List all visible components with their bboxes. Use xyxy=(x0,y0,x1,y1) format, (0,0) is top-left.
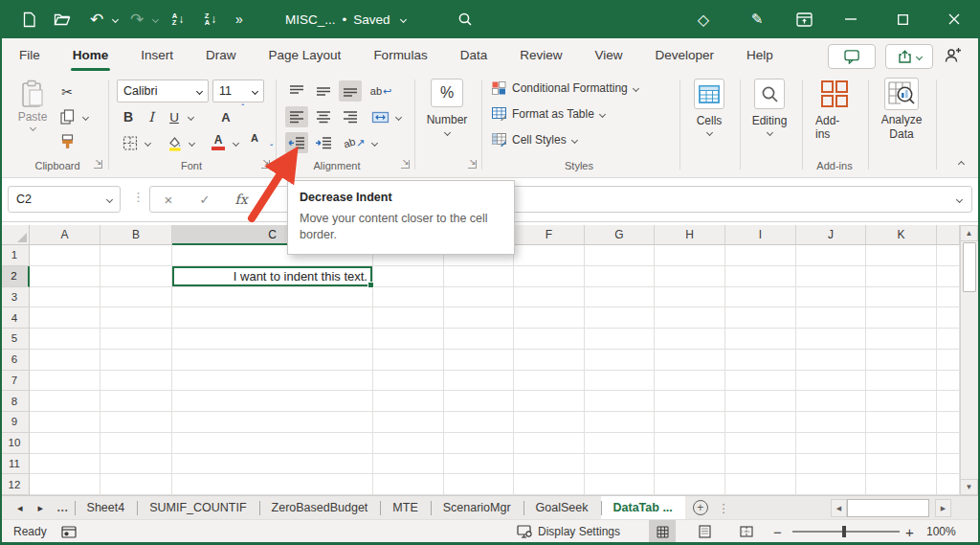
grid-cell-i5[interactable] xyxy=(725,329,796,350)
grid-cell-c9[interactable] xyxy=(172,412,373,433)
grid-cell-g4[interactable] xyxy=(585,307,655,329)
grid-cell-b1[interactable] xyxy=(100,245,172,266)
number-format-chevron-icon[interactable] xyxy=(443,129,450,136)
align-center-button[interactable] xyxy=(312,106,335,127)
conditional-formatting-button[interactable]: Conditional Formatting xyxy=(492,81,638,95)
grid-cell-d4[interactable] xyxy=(373,307,444,329)
grid-cell-b6[interactable] xyxy=(100,350,172,371)
grid-cell-e9[interactable] xyxy=(444,412,514,433)
editing-chevron-icon[interactable] xyxy=(766,129,772,136)
align-bottom-button[interactable] xyxy=(339,80,362,102)
grid-cell-h8[interactable] xyxy=(655,391,725,412)
add-people-icon[interactable] xyxy=(944,47,963,64)
decrease-indent-button[interactable] xyxy=(285,132,308,153)
grid-cell-f9[interactable] xyxy=(514,412,585,433)
grid-cell-i12[interactable] xyxy=(725,474,796,495)
grid-cell-g6[interactable] xyxy=(585,350,655,371)
sheet-tab-zerobasedbudget[interactable]: ZeroBasedBudget xyxy=(259,496,381,520)
row-header-12[interactable]: 12 xyxy=(0,474,30,495)
grid-cell-a7[interactable] xyxy=(30,371,100,392)
grid-cell-partial[interactable] xyxy=(937,287,960,308)
open-file-icon[interactable] xyxy=(50,0,75,38)
tab-help[interactable]: Help xyxy=(735,38,785,74)
sheet-tab-goalseek[interactable]: GoalSeek xyxy=(523,496,601,520)
grid-cell-f7[interactable] xyxy=(514,371,585,392)
grid-cell-partial[interactable] xyxy=(937,474,960,495)
row-header-3[interactable]: 3 xyxy=(0,287,30,308)
grid-cell-a9[interactable] xyxy=(30,412,100,433)
grid-cell-i6[interactable] xyxy=(725,350,796,371)
column-header-partial[interactable] xyxy=(937,225,960,245)
premium-diamond-icon[interactable]: ◇ xyxy=(691,0,716,38)
row-header-7[interactable]: 7 xyxy=(0,371,30,392)
fill-color-button[interactable] xyxy=(163,132,186,153)
grid-cell-h9[interactable] xyxy=(655,412,725,433)
orientation-button[interactable]: ab↗ xyxy=(341,132,368,153)
font-color-button[interactable]: A xyxy=(207,132,230,153)
grid-cell-partial[interactable] xyxy=(937,412,960,433)
column-header-i[interactable]: I xyxy=(725,225,796,245)
font-dialog-launcher[interactable]: ↘ xyxy=(261,160,270,169)
sort-descending-button[interactable]: ZA↓ xyxy=(197,0,224,38)
search-icon[interactable] xyxy=(454,0,477,38)
page-layout-view-button[interactable] xyxy=(691,520,718,543)
grid-cell-f10[interactable] xyxy=(514,433,585,454)
copy-chevron-icon[interactable] xyxy=(79,110,92,124)
sort-ascending-button[interactable]: AZ↓ xyxy=(165,0,191,38)
sheet-nav-left-icon[interactable]: ◂ xyxy=(10,502,31,514)
grid-cell-k8[interactable] xyxy=(866,391,937,412)
grid-cell-a8[interactable] xyxy=(30,391,100,412)
align-middle-button[interactable] xyxy=(312,80,335,102)
grid-cell-a3[interactable] xyxy=(30,287,100,308)
grid-cell-k2[interactable] xyxy=(866,266,937,287)
borders-button[interactable] xyxy=(119,132,142,153)
grid-cell-f2[interactable] xyxy=(514,266,585,287)
grid-cell-g11[interactable] xyxy=(585,454,655,475)
grid-cell-e5[interactable] xyxy=(444,329,514,350)
active-cell-c2[interactable]: I want to indent this text. xyxy=(172,266,373,287)
grid-cell-e2[interactable] xyxy=(444,266,514,287)
grid-cell-g12[interactable] xyxy=(585,474,655,495)
grid-cell-b10[interactable] xyxy=(100,433,172,454)
grid-cell-i2[interactable] xyxy=(725,266,796,287)
grid-cell-f8[interactable] xyxy=(514,391,585,412)
grid-cell-partial[interactable] xyxy=(937,307,960,329)
sheet-tab-sheet4[interactable]: Sheet4 xyxy=(75,496,138,520)
underline-chevron-icon[interactable] xyxy=(185,110,197,124)
grid-cell-j2[interactable] xyxy=(796,266,866,287)
grid-cell-e3[interactable] xyxy=(444,287,514,308)
tab-home[interactable]: Home xyxy=(61,38,121,74)
ink-pen-icon[interactable]: ✎ xyxy=(745,0,769,38)
format-painter-button[interactable] xyxy=(56,131,78,152)
grid-cell-e7[interactable] xyxy=(444,371,514,392)
grid-cell-d12[interactable] xyxy=(373,474,444,495)
increase-indent-button[interactable] xyxy=(312,132,335,153)
borders-chevron-icon[interactable] xyxy=(142,136,154,149)
grid-cell-b4[interactable] xyxy=(100,307,172,329)
select-all-corner[interactable] xyxy=(0,225,30,245)
grid-cell-e12[interactable] xyxy=(444,474,514,495)
grid-cell-g2[interactable] xyxy=(585,266,655,287)
grid-cell-d7[interactable] xyxy=(373,371,444,392)
sheet-tab-sumif-countif[interactable]: SUMIF_COUNTIF xyxy=(137,496,258,520)
row-header-10[interactable]: 10 xyxy=(0,433,30,454)
grid-cell-a6[interactable] xyxy=(30,350,100,371)
sheetbar-dots-icon[interactable]: ⋮ xyxy=(708,501,740,515)
vertical-scrollbar[interactable]: ▲ ▼ xyxy=(960,225,978,495)
grid-cell-d11[interactable] xyxy=(373,454,444,475)
grid-cell-f3[interactable] xyxy=(514,287,585,308)
grid-cell-d5[interactable] xyxy=(373,329,444,350)
grid-cell-c11[interactable] xyxy=(172,454,373,475)
row-header-9[interactable]: 9 xyxy=(0,412,30,433)
grid-cell-f6[interactable] xyxy=(514,350,585,371)
orientation-chevron-icon[interactable] xyxy=(368,136,381,149)
grid-cell-e10[interactable] xyxy=(444,433,514,454)
grid-cell-g5[interactable] xyxy=(585,329,655,350)
grid-cell-b7[interactable] xyxy=(100,371,172,392)
row-header-8[interactable]: 8 xyxy=(0,391,30,412)
normal-view-button[interactable] xyxy=(649,520,676,543)
grid-cell-b2[interactable] xyxy=(100,266,172,287)
add-ins-button[interactable]: Add-ins xyxy=(815,79,854,141)
row-header-5[interactable]: 5 xyxy=(0,329,30,350)
tab-draw[interactable]: Draw xyxy=(194,38,248,74)
